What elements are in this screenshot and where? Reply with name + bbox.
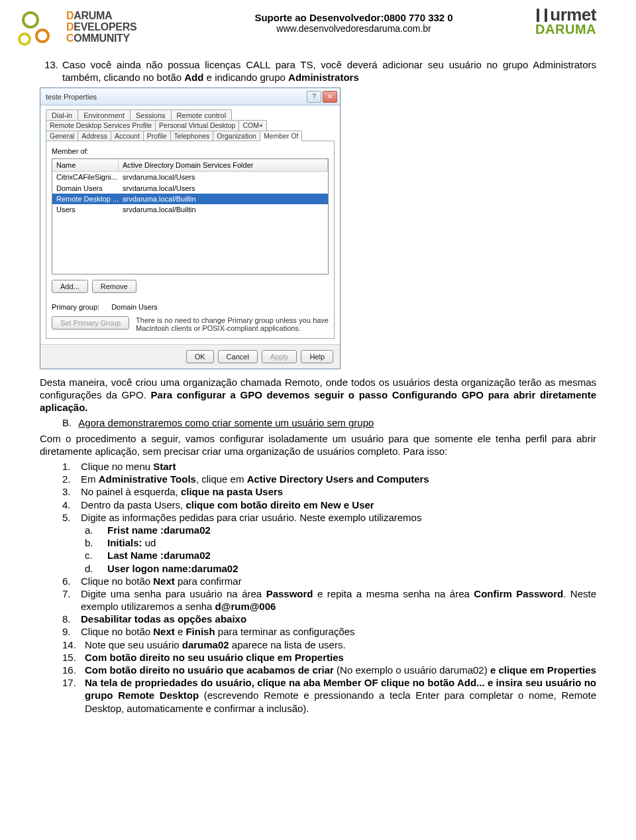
- step-13: 13. Caso você ainda não possua licenças …: [40, 58, 596, 84]
- tab-rds-profile[interactable]: Remote Desktop Services Profile: [46, 120, 156, 131]
- tab-telephones[interactable]: Telephones: [170, 131, 214, 141]
- step-text: (No exemplo o usuário daruma02): [334, 664, 490, 676]
- step-text: Digite as informações pedidas para criar…: [81, 512, 421, 523]
- page-header: DARUMA DEVELOPERS COMMUNITY Suporte ao D…: [40, 7, 596, 52]
- step-bold2: Finish: [186, 626, 215, 637]
- sub-label: Frist name :: [107, 524, 164, 536]
- col-header-folder[interactable]: Active Directory Domain Services Folder: [119, 159, 328, 171]
- tab-pvd[interactable]: Personal Virtual Desktop: [155, 120, 239, 131]
- add-button[interactable]: Add...: [52, 280, 88, 293]
- sub-label: Initials:: [107, 537, 142, 548]
- tab-profile[interactable]: Profile: [143, 131, 171, 141]
- step-13-num: 13.: [40, 58, 62, 84]
- tabs-row-2: Remote Desktop Services Profile Personal…: [46, 120, 335, 131]
- step-text: Em: [81, 473, 99, 485]
- document-page: DARUMA DEVELOPERS COMMUNITY Suporte ao D…: [0, 0, 636, 735]
- list-row[interactable]: CitrixCAFileSigni... srvdaruma.local/Use…: [52, 172, 328, 182]
- step-num: 3.: [62, 485, 81, 498]
- substep-c: c. Last Name :daruma02: [40, 549, 596, 562]
- step-num: 6.: [62, 575, 81, 587]
- list-row-selected[interactable]: Remote Desktop ... srvdaruma.local/Built…: [52, 194, 328, 204]
- step-bold3: d@rum@006: [215, 601, 276, 612]
- sub-letter: b.: [85, 536, 107, 549]
- help-button-bottom[interactable]: Help: [301, 350, 333, 363]
- step-2: 2. Em Administrative Tools, clique em Ac…: [40, 473, 596, 485]
- step-bold2: e clique em Properties: [490, 664, 596, 676]
- step-text2: , clique em: [196, 473, 247, 485]
- step-1: 1. Clique no menu Start: [40, 460, 596, 473]
- remove-button[interactable]: Remove: [92, 280, 136, 293]
- logo-urmet-daruma: urmet DARUMA: [535, 7, 596, 36]
- step-bold: Password: [266, 588, 313, 599]
- step-text2: aparece na lista de users.: [229, 639, 346, 650]
- section-b-heading: B. Agora demonstraremos como criar somen…: [40, 416, 596, 429]
- help-button[interactable]: ?: [307, 91, 321, 103]
- logo-line1-init: D: [66, 10, 74, 21]
- tab-member-of[interactable]: Member Of: [260, 131, 303, 141]
- section-b-title: Agora demonstraremos como criar somente …: [78, 417, 374, 428]
- row-folder: srvdaruma.local/Users: [119, 172, 328, 182]
- list-row[interactable]: Users srvdaruma.local/Builtin: [52, 204, 328, 215]
- tab-dialin[interactable]: Dial-in: [46, 109, 78, 121]
- primary-group-label: Primary group:: [52, 302, 99, 312]
- logo-line1: ARUMA: [74, 10, 112, 21]
- tab-address[interactable]: Address: [78, 131, 111, 141]
- substep-b: b. Initials: ud: [40, 536, 596, 549]
- sub-label: Last Name :: [107, 550, 164, 561]
- step-13-text: Caso você ainda não possua licenças CALL…: [62, 58, 596, 84]
- step-bold: Com botão direito no usuário que acabamo…: [85, 664, 334, 676]
- col-header-name[interactable]: Name: [52, 159, 119, 171]
- step-num: 9.: [62, 625, 81, 638]
- ok-button[interactable]: OK: [186, 350, 214, 363]
- step-17: 17. Na tela de propriedades do usuário, …: [40, 676, 596, 715]
- logo-line3-init: C: [66, 32, 74, 44]
- primary-group-value: Domain Users: [111, 302, 158, 312]
- section-b-label: B.: [62, 417, 72, 428]
- step-text2: e: [175, 626, 186, 637]
- row-name: Domain Users: [52, 183, 119, 194]
- step-9: 9. Clique no botão Next e Finish para te…: [40, 625, 596, 638]
- step-bold: Next: [153, 626, 175, 637]
- tab-sessions[interactable]: Sessions: [130, 109, 172, 121]
- step-7: 7. Digite uma senha para usuário na área…: [40, 587, 596, 613]
- section-b-intro: Com o procedimento a seguir, vamos confi…: [40, 432, 596, 457]
- list-row[interactable]: Domain Users srvdaruma.local/Users: [52, 183, 328, 194]
- step-bold: Desabilitar todas as opções abaixo: [81, 613, 246, 625]
- step-text3: para terminar as configurações: [215, 626, 355, 637]
- row-name: Users: [52, 204, 119, 215]
- step-bold: Next: [153, 575, 175, 587]
- member-of-panel: Member of: Name Active Directory Domain …: [46, 141, 335, 339]
- tab-environment[interactable]: Environment: [78, 109, 131, 121]
- step-14: 14. Note que seu usuário daruma02 aparec…: [40, 638, 596, 651]
- step-text: Dentro da pasta Users,: [81, 499, 186, 510]
- step-4: 4. Dentro da pasta Users, clique com bot…: [40, 499, 596, 511]
- step-13-bold-add: Add: [184, 72, 203, 83]
- logo-line3: OMMUNITY: [74, 32, 130, 44]
- step-text2: e repita a mesma senha na área: [313, 588, 474, 599]
- tab-general[interactable]: General: [46, 131, 78, 141]
- cancel-button[interactable]: Cancel: [218, 350, 258, 363]
- sub-value: daruma02: [164, 524, 211, 536]
- document-body: 13. Caso você ainda não possua licenças …: [40, 58, 596, 715]
- tab-complus[interactable]: COM+: [238, 120, 267, 131]
- member-of-listbox[interactable]: Name Active Directory Domain Services Fo…: [52, 158, 329, 274]
- step-16: 16. Com botão direito no usuário que aca…: [40, 664, 596, 676]
- row-folder: srvdaruma.local/Builtin: [119, 204, 328, 215]
- step-text2: para confirmar: [175, 575, 242, 587]
- tab-account[interactable]: Account: [111, 131, 144, 141]
- substep-d: d. User logon name:daruma02: [40, 562, 596, 575]
- tab-remote-control[interactable]: Remote control: [171, 109, 233, 121]
- row-folder: srvdaruma.local/Users: [119, 183, 328, 194]
- tabs-row-3: General Address Account Profile Telephon…: [46, 131, 335, 141]
- sub-value: daruma02: [191, 563, 238, 574]
- tab-organization[interactable]: Organization: [213, 131, 260, 141]
- support-phone: Suporte ao Desenvolvedor:0800 770 332 0: [172, 12, 535, 23]
- step-text: Note que seu usuário: [85, 639, 182, 650]
- step-bold: Com botão direito no seu usuário clique …: [85, 652, 344, 663]
- substep-a: a. Frist name :daruma02: [40, 524, 596, 536]
- step-text: Digite uma senha para usuário na área: [81, 588, 266, 599]
- row-name: Remote Desktop ...: [52, 194, 119, 204]
- close-button[interactable]: ✕: [323, 91, 337, 103]
- sub-letter: d.: [85, 562, 107, 575]
- sub-label: User logon name:: [107, 563, 191, 574]
